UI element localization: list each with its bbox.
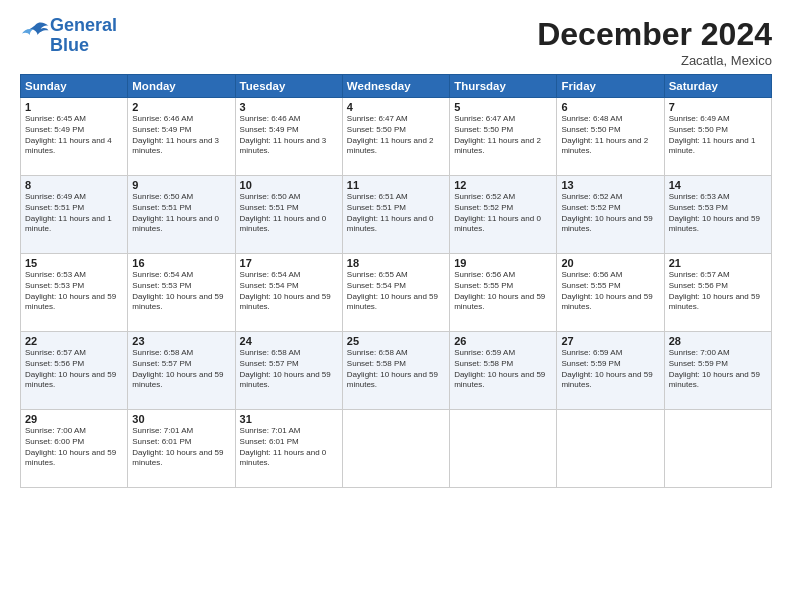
table-row: 16Sunrise: 6:54 AMSunset: 5:53 PMDayligh…: [128, 254, 235, 332]
week-row-3: 15Sunrise: 6:53 AMSunset: 5:53 PMDayligh…: [21, 254, 772, 332]
table-row: 28Sunrise: 7:00 AMSunset: 5:59 PMDayligh…: [664, 332, 771, 410]
header-row: Sunday Monday Tuesday Wednesday Thursday…: [21, 75, 772, 98]
table-row: 23Sunrise: 6:58 AMSunset: 5:57 PMDayligh…: [128, 332, 235, 410]
col-tuesday: Tuesday: [235, 75, 342, 98]
week-row-2: 8Sunrise: 6:49 AMSunset: 5:51 PMDaylight…: [21, 176, 772, 254]
table-row: 18Sunrise: 6:55 AMSunset: 5:54 PMDayligh…: [342, 254, 449, 332]
week-row-5: 29Sunrise: 7:00 AMSunset: 6:00 PMDayligh…: [21, 410, 772, 488]
table-row: 12Sunrise: 6:52 AMSunset: 5:52 PMDayligh…: [450, 176, 557, 254]
table-row: 5Sunrise: 6:47 AMSunset: 5:50 PMDaylight…: [450, 98, 557, 176]
table-row: [450, 410, 557, 488]
col-friday: Friday: [557, 75, 664, 98]
logo-bird-icon: [22, 21, 50, 43]
table-row: 3Sunrise: 6:46 AMSunset: 5:49 PMDaylight…: [235, 98, 342, 176]
table-row: 22Sunrise: 6:57 AMSunset: 5:56 PMDayligh…: [21, 332, 128, 410]
week-row-4: 22Sunrise: 6:57 AMSunset: 5:56 PMDayligh…: [21, 332, 772, 410]
table-row: 8Sunrise: 6:49 AMSunset: 5:51 PMDaylight…: [21, 176, 128, 254]
table-row: 6Sunrise: 6:48 AMSunset: 5:50 PMDaylight…: [557, 98, 664, 176]
table-row: [342, 410, 449, 488]
title-block: December 2024 Zacatla, Mexico: [537, 16, 772, 68]
table-row: 15Sunrise: 6:53 AMSunset: 5:53 PMDayligh…: [21, 254, 128, 332]
table-row: 29Sunrise: 7:00 AMSunset: 6:00 PMDayligh…: [21, 410, 128, 488]
table-row: 11Sunrise: 6:51 AMSunset: 5:51 PMDayligh…: [342, 176, 449, 254]
table-row: 13Sunrise: 6:52 AMSunset: 5:52 PMDayligh…: [557, 176, 664, 254]
table-row: 19Sunrise: 6:56 AMSunset: 5:55 PMDayligh…: [450, 254, 557, 332]
table-row: 30Sunrise: 7:01 AMSunset: 6:01 PMDayligh…: [128, 410, 235, 488]
table-row: 20Sunrise: 6:56 AMSunset: 5:55 PMDayligh…: [557, 254, 664, 332]
table-row: 10Sunrise: 6:50 AMSunset: 5:51 PMDayligh…: [235, 176, 342, 254]
logo: General Blue: [20, 16, 117, 56]
table-row: 27Sunrise: 6:59 AMSunset: 5:59 PMDayligh…: [557, 332, 664, 410]
month-title: December 2024: [537, 16, 772, 53]
table-row: 21Sunrise: 6:57 AMSunset: 5:56 PMDayligh…: [664, 254, 771, 332]
col-monday: Monday: [128, 75, 235, 98]
location-subtitle: Zacatla, Mexico: [537, 53, 772, 68]
table-row: 31Sunrise: 7:01 AMSunset: 6:01 PMDayligh…: [235, 410, 342, 488]
table-row: 17Sunrise: 6:54 AMSunset: 5:54 PMDayligh…: [235, 254, 342, 332]
logo-text-blue: Blue: [50, 36, 117, 56]
week-row-1: 1Sunrise: 6:45 AMSunset: 5:49 PMDaylight…: [21, 98, 772, 176]
table-row: 2Sunrise: 6:46 AMSunset: 5:49 PMDaylight…: [128, 98, 235, 176]
col-sunday: Sunday: [21, 75, 128, 98]
col-thursday: Thursday: [450, 75, 557, 98]
table-row: 7Sunrise: 6:49 AMSunset: 5:50 PMDaylight…: [664, 98, 771, 176]
table-row: 4Sunrise: 6:47 AMSunset: 5:50 PMDaylight…: [342, 98, 449, 176]
table-row: 25Sunrise: 6:58 AMSunset: 5:58 PMDayligh…: [342, 332, 449, 410]
calendar-page: General Blue December 2024 Zacatla, Mexi…: [0, 0, 792, 612]
table-row: [557, 410, 664, 488]
table-row: 14Sunrise: 6:53 AMSunset: 5:53 PMDayligh…: [664, 176, 771, 254]
logo-text-general: General: [50, 16, 117, 36]
table-row: 26Sunrise: 6:59 AMSunset: 5:58 PMDayligh…: [450, 332, 557, 410]
col-saturday: Saturday: [664, 75, 771, 98]
calendar-table: Sunday Monday Tuesday Wednesday Thursday…: [20, 74, 772, 488]
col-wednesday: Wednesday: [342, 75, 449, 98]
table-row: 1Sunrise: 6:45 AMSunset: 5:49 PMDaylight…: [21, 98, 128, 176]
table-row: 24Sunrise: 6:58 AMSunset: 5:57 PMDayligh…: [235, 332, 342, 410]
table-row: [664, 410, 771, 488]
header: General Blue December 2024 Zacatla, Mexi…: [20, 16, 772, 68]
table-row: 9Sunrise: 6:50 AMSunset: 5:51 PMDaylight…: [128, 176, 235, 254]
